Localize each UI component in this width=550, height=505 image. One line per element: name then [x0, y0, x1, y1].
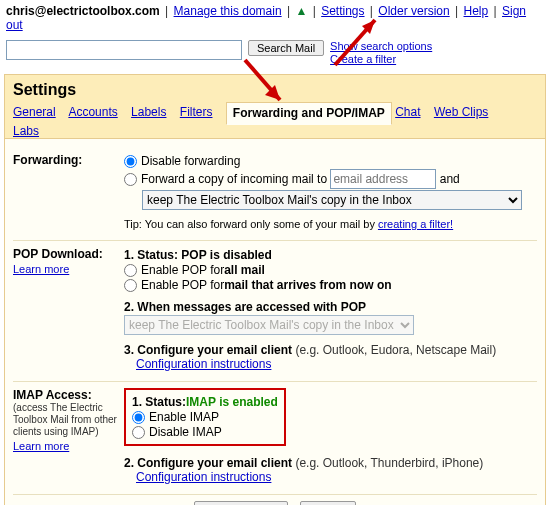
- forward-and-text: and: [440, 172, 460, 186]
- search-mail-button[interactable]: Search Mail: [248, 40, 324, 56]
- imap-config-instructions-link[interactable]: Configuration instructions: [136, 470, 271, 484]
- manage-domain-link[interactable]: Manage this domain: [174, 4, 282, 18]
- forward-email-input[interactable]: [330, 169, 436, 189]
- save-changes-button[interactable]: Save Changes: [194, 501, 288, 505]
- create-filter-link[interactable]: Create a filter: [330, 53, 396, 65]
- imap-sublabel: (access The Electric Toolbox Mail from o…: [13, 402, 118, 438]
- tab-labels[interactable]: Labels: [131, 105, 166, 119]
- tab-accounts[interactable]: Accounts: [68, 105, 117, 119]
- pop-enable-all-radio[interactable]: [124, 264, 137, 277]
- pop-status-head: 1. Status:: [124, 248, 181, 262]
- forward-keep-select[interactable]: keep The Electric Toolbox Mail's copy in…: [142, 190, 522, 210]
- tab-general[interactable]: General: [13, 105, 56, 119]
- pop-when-select[interactable]: keep The Electric Toolbox Mail's copy in…: [124, 315, 414, 335]
- imap-enable-radio[interactable]: [132, 411, 145, 424]
- search-input[interactable]: [6, 40, 242, 60]
- settings-panel: Settings General Accounts Labels Filters…: [4, 74, 546, 505]
- forward-copy-text: Forward a copy of incoming mail to: [141, 172, 327, 186]
- top-bar: chris@electrictoolbox.com | Manage this …: [0, 0, 550, 40]
- cancel-button[interactable]: Cancel: [300, 501, 356, 505]
- settings-content: Forwarding: Disable forwarding Forward a…: [5, 138, 545, 505]
- pop-status: POP is disabled: [181, 248, 271, 262]
- imap-label: IMAP Access:: [13, 388, 92, 402]
- settings-link[interactable]: Settings: [321, 4, 364, 18]
- imap-highlight-box: 1. Status: IMAP is enabled Enable IMAP D…: [124, 388, 286, 446]
- imap-disable-radio[interactable]: [132, 426, 145, 439]
- imap-learn-more-link[interactable]: Learn more: [13, 440, 118, 452]
- forward-tip-text: Tip: You can also forward only some of y…: [124, 218, 378, 230]
- tab-web-clips[interactable]: Web Clips: [434, 105, 488, 119]
- pop-config-instructions-link[interactable]: Configuration instructions: [136, 357, 271, 371]
- forward-copy-radio[interactable]: [124, 173, 137, 186]
- help-link[interactable]: Help: [464, 4, 489, 18]
- forwarding-label: Forwarding:: [13, 153, 124, 167]
- footer-buttons: Save Changes Cancel: [13, 495, 537, 505]
- pop-configure-heading: 3. Configure your email client: [124, 343, 292, 357]
- show-search-options-link[interactable]: Show search options: [330, 40, 432, 52]
- imap-enable-text: Enable IMAP: [149, 410, 219, 424]
- pop-when-heading: 2. When messages are accessed with POP: [124, 300, 537, 314]
- pop-enable-all-bold: all mail: [224, 263, 265, 277]
- imap-row: IMAP Access: (access The Electric Toolbo…: [13, 382, 537, 495]
- search-row: Search Mail Show search options Create a…: [0, 40, 550, 74]
- tab-labs[interactable]: Labs: [13, 124, 39, 138]
- imap-disable-text: Disable IMAP: [149, 425, 222, 439]
- tab-chat[interactable]: Chat: [395, 105, 420, 119]
- disable-forwarding-text: Disable forwarding: [141, 154, 240, 168]
- user-email: chris@electrictoolbox.com: [6, 4, 160, 18]
- pop-enable-all-text: Enable POP for: [141, 263, 224, 277]
- older-version-link[interactable]: Older version: [378, 4, 449, 18]
- pop-learn-more-link[interactable]: Learn more: [13, 263, 118, 275]
- pop-enable-now-radio[interactable]: [124, 279, 137, 292]
- tab-forwarding-pop-imap[interactable]: Forwarding and POP/IMAP: [226, 102, 392, 125]
- tab-filters[interactable]: Filters: [180, 105, 213, 119]
- disable-forwarding-radio[interactable]: [124, 155, 137, 168]
- pop-enable-now-bold: mail that arrives from now on: [224, 278, 391, 292]
- creating-filter-link[interactable]: creating a filter!: [378, 218, 453, 230]
- pop-enable-now-text: Enable POP for: [141, 278, 224, 292]
- tabs: General Accounts Labels Filters Forwardi…: [5, 101, 545, 138]
- pop-label: POP Download:: [13, 247, 103, 261]
- pop-row: POP Download: Learn more 1. Status: POP …: [13, 241, 537, 382]
- forwarding-row: Forwarding: Disable forwarding Forward a…: [13, 147, 537, 241]
- imap-status-head: 1. Status:: [132, 395, 186, 409]
- imap-status: IMAP is enabled: [186, 395, 278, 409]
- panel-title: Settings: [5, 75, 545, 101]
- imap-configure-heading: 2. Configure your email client: [124, 456, 292, 470]
- pop-configure-eg: (e.g. Outlook, Eudora, Netscape Mail): [292, 343, 496, 357]
- labs-icon: ▲: [295, 4, 307, 18]
- imap-configure-eg: (e.g. Outlook, Thunderbird, iPhone): [292, 456, 483, 470]
